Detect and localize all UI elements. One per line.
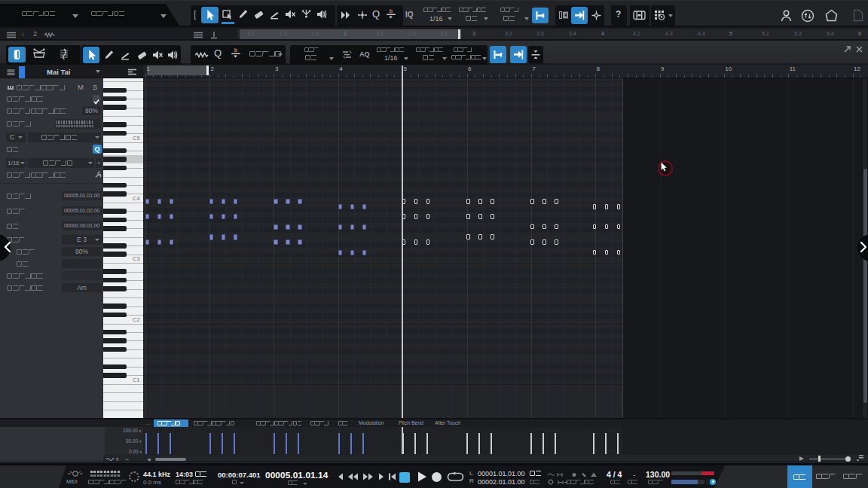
svg-text:b: b [390, 8, 393, 14]
svg-text:Q: Q [214, 48, 222, 59]
svg-text:Q: Q [372, 9, 380, 20]
svg-text:b: b [234, 47, 237, 53]
